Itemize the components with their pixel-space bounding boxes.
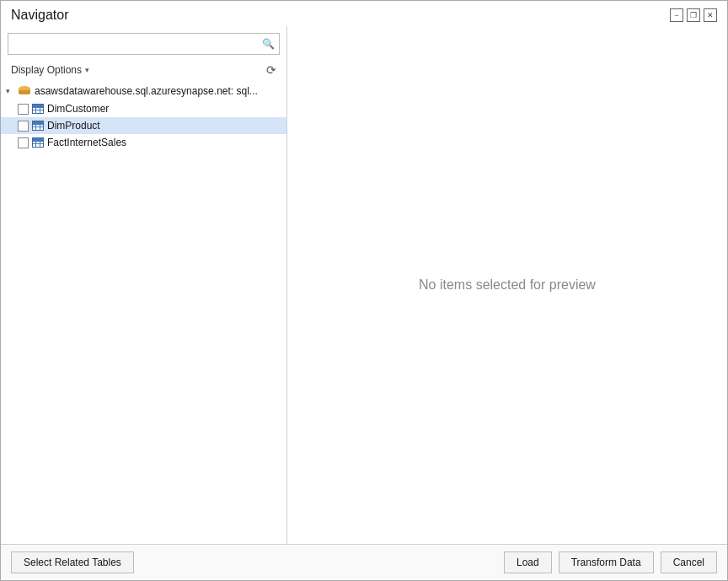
display-options-label: Display Options: [11, 64, 82, 76]
tree-item: DimCustomer: [1, 100, 286, 117]
title-bar: Navigator − ❐ ✕: [1, 1, 727, 26]
footer: Select Related Tables Load Transform Dat…: [1, 544, 727, 580]
tree-row-factinternetsales[interactable]: FactInternetSales: [1, 134, 286, 151]
right-panel: No items selected for preview: [287, 26, 727, 544]
main-content: 🔍 Display Options ▾ ⟳: [1, 26, 727, 544]
close-button[interactable]: ✕: [704, 8, 717, 22]
navigator-dialog: Navigator − ❐ ✕ 🔍 Display Options ▾: [0, 0, 728, 581]
search-bar: 🔍: [1, 26, 286, 58]
checkbox-dimproduct[interactable]: [18, 121, 29, 132]
restore-button[interactable]: ❐: [687, 8, 700, 22]
root-label: asawsdatawarehouse.sql.azuresynapse.net:…: [35, 85, 258, 97]
footer-right: Load Transform Data Cancel: [504, 551, 717, 573]
tree-root: ▾ asawsdatawarehouse.sql.azuresynapse.ne…: [1, 82, 286, 151]
cancel-button[interactable]: Cancel: [661, 551, 717, 573]
chevron-down-icon: ▾: [85, 66, 89, 74]
load-button[interactable]: Load: [504, 551, 552, 573]
children-list: DimCustomer: [1, 100, 286, 151]
tree-container[interactable]: ▾ asawsdatawarehouse.sql.azuresynapse.ne…: [1, 82, 286, 544]
no-items-text: No items selected for preview: [419, 277, 596, 293]
title-bar-left: Navigator: [11, 8, 68, 23]
tree-item-factinternetsales: FactInternetSales: [1, 134, 286, 151]
display-options-row: Display Options ▾ ⟳: [1, 58, 286, 82]
tree-item-root: ▾ asawsdatawarehouse.sql.azuresynapse.ne…: [1, 82, 286, 151]
select-related-tables-button[interactable]: Select Related Tables: [11, 551, 134, 573]
tree-row-dimcustomer[interactable]: DimCustomer: [1, 100, 286, 117]
table-icon: [32, 104, 44, 114]
minimize-button[interactable]: −: [670, 8, 683, 22]
tree-root-row[interactable]: ▾ asawsdatawarehouse.sql.azuresynapse.ne…: [1, 82, 286, 100]
refresh-icon: ⟳: [266, 63, 276, 77]
dialog-title: Navigator: [11, 8, 68, 23]
label-factinternetsales: FactInternetSales: [47, 137, 126, 148]
search-input[interactable]: [8, 33, 280, 55]
checkbox-factinternetsales[interactable]: [18, 137, 29, 148]
label-dimproduct: DimProduct: [47, 120, 100, 132]
table-icon-2: [32, 121, 44, 131]
checkbox-dimcustomer[interactable]: [18, 104, 29, 115]
transform-data-button[interactable]: Transform Data: [559, 551, 654, 573]
search-input-wrap: 🔍: [8, 33, 280, 55]
table-icon-3: [32, 137, 44, 148]
expand-icon: ▾: [6, 87, 14, 95]
tree-item-dimproduct: DimProduct: [1, 117, 286, 134]
footer-left: Select Related Tables: [11, 551, 134, 573]
database-icon: [18, 84, 31, 98]
label-dimcustomer: DimCustomer: [47, 103, 109, 115]
tree-row-dimproduct[interactable]: DimProduct: [1, 117, 286, 134]
display-options-button[interactable]: Display Options ▾: [8, 62, 93, 78]
title-bar-controls: − ❐ ✕: [670, 8, 717, 22]
refresh-button[interactable]: ⟳: [263, 62, 280, 78]
left-panel: 🔍 Display Options ▾ ⟳: [1, 26, 287, 544]
